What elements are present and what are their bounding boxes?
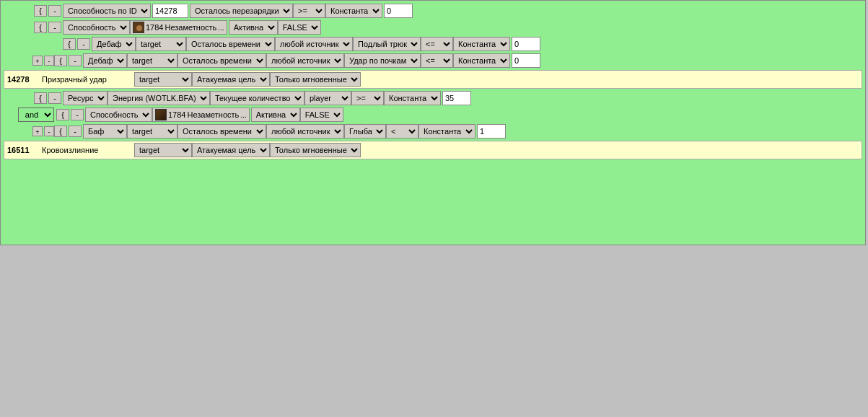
condition-row-6: andor { - Способность 1784 Незаметность … bbox=[18, 107, 862, 122]
action-target-select-2[interactable]: target bbox=[134, 143, 192, 157]
spell-name-select-3[interactable]: Подлый трюк bbox=[353, 37, 421, 51]
minus-btn-4[interactable]: - bbox=[69, 55, 82, 66]
brace-open-btn-1[interactable]: { bbox=[34, 5, 47, 17]
condition-row-3: { - ДебафБаф target Осталось времени люб… bbox=[32, 37, 862, 51]
target-select-3[interactable]: target bbox=[136, 37, 186, 51]
minus-btn-7[interactable]: - bbox=[69, 126, 82, 137]
condition-row-5: { - Ресурс Энергия (WOTLK.BFA) Текущее к… bbox=[18, 91, 862, 105]
brace-open-btn-3[interactable]: { bbox=[63, 38, 76, 50]
action-id-2: 16511 bbox=[7, 146, 36, 154]
value-type-select-3[interactable]: Константа bbox=[453, 37, 510, 51]
spell-name-select-7[interactable]: Глыба bbox=[344, 124, 386, 139]
collapse-btn-7[interactable]: - bbox=[44, 126, 54, 136]
operator-select-1[interactable]: >=<=<>= bbox=[293, 4, 325, 18]
field-select-4[interactable]: Осталось времени bbox=[177, 53, 266, 68]
source-select-7[interactable]: любой источник bbox=[266, 124, 344, 139]
spell-dots-6: ... bbox=[240, 111, 246, 119]
bool-select-6[interactable]: FALSETRUE bbox=[300, 107, 343, 122]
value-input-3[interactable] bbox=[512, 37, 540, 51]
action-row-1: 14278 Призрачный удар target Атакуемая ц… bbox=[4, 70, 862, 89]
operator-select-3[interactable]: <=>=<>= bbox=[421, 37, 453, 51]
action-filter1-select-1[interactable]: Атакуемая цель bbox=[192, 72, 270, 87]
resource-type-select-5[interactable]: Энергия (WOTLK.BFA) bbox=[108, 91, 210, 105]
operator-select-4[interactable]: <=>=<>= bbox=[421, 53, 453, 68]
main-container: { - Способность по ID Осталось перезаряд… bbox=[0, 0, 866, 245]
minus-btn-2[interactable]: - bbox=[48, 22, 61, 33]
spell-dots-2: ... bbox=[218, 24, 224, 32]
spell-id-input-1[interactable] bbox=[152, 4, 188, 18]
spell-id-label-2: 1784 bbox=[146, 23, 163, 32]
action-filter2-select-2[interactable]: Только мгновенные bbox=[270, 143, 361, 157]
minus-btn-6[interactable]: - bbox=[71, 109, 84, 120]
condition-type-select-6[interactable]: Способность bbox=[85, 107, 152, 122]
spell-icon-2 bbox=[133, 22, 144, 33]
source-select-4[interactable]: любой источник bbox=[266, 53, 344, 68]
field-select-3[interactable]: Осталось времени bbox=[186, 37, 275, 51]
condition-type-select-5[interactable]: Ресурс bbox=[63, 91, 108, 105]
source-select-3[interactable]: любой источник bbox=[275, 37, 353, 51]
condition-type-select-3[interactable]: ДебафБаф bbox=[92, 37, 136, 51]
operator-select-5[interactable]: >=<=<>= bbox=[351, 91, 384, 105]
spell-name-select-4[interactable]: Удар по почкам bbox=[344, 53, 421, 68]
condition-field-select-1[interactable]: Осталось перезарядки bbox=[190, 4, 293, 18]
action-name-2: Кровоизлияние bbox=[42, 146, 128, 154]
spell-icon-6 bbox=[155, 109, 167, 120]
value-type-select-7[interactable]: Константа bbox=[418, 124, 475, 139]
target-select-4[interactable]: target bbox=[127, 53, 177, 68]
value-input-5[interactable] bbox=[442, 91, 471, 105]
target-select-5[interactable]: player bbox=[304, 91, 351, 105]
spell-name-label-6: Незаметность bbox=[187, 110, 239, 119]
condition-row-7: + - { - БафДебаф target Осталось времени… bbox=[32, 124, 862, 139]
brace-open-btn-2[interactable]: { bbox=[34, 22, 47, 33]
expand-btn-4[interactable]: + bbox=[32, 56, 43, 66]
action-filter2-select-1[interactable]: Только мгновенные bbox=[270, 72, 361, 87]
brace-open-btn-6[interactable]: { bbox=[56, 109, 69, 120]
value-input-1[interactable] bbox=[384, 4, 413, 18]
value-type-select-5[interactable]: Константа bbox=[384, 91, 441, 105]
spell-state-select-2[interactable]: Активна bbox=[229, 20, 278, 35]
field-select-7[interactable]: Осталось времени bbox=[177, 124, 266, 139]
condition-row-4: + - { - ДебафБаф target Осталось времени… bbox=[32, 53, 862, 68]
minus-btn-3[interactable]: - bbox=[77, 38, 90, 50]
spell-name-label-2: Незаметность bbox=[165, 23, 216, 32]
collapse-btn-4[interactable]: - bbox=[44, 56, 54, 66]
action-id-1: 14278 bbox=[7, 75, 36, 84]
condition-type-select-1[interactable]: Способность по ID bbox=[63, 4, 151, 18]
field-select-5[interactable]: Текущее количество bbox=[210, 91, 304, 105]
action-filter1-select-2[interactable]: Атакуемая цель bbox=[192, 143, 270, 157]
action-row-2: 16511 Кровоизлияние target Атакуемая цел… bbox=[4, 141, 862, 159]
condition-row-2: { - Способность 1784 Незаметность ... Ак… bbox=[18, 20, 862, 35]
brace-open-btn-5[interactable]: { bbox=[34, 92, 47, 104]
brace-open-btn-4[interactable]: { bbox=[54, 55, 67, 66]
spell-button-6[interactable]: 1784 Незаметность ... bbox=[152, 107, 250, 122]
minus-btn-5[interactable]: - bbox=[48, 92, 61, 104]
value-input-7[interactable] bbox=[477, 124, 506, 139]
value-type-select-4[interactable]: Константа bbox=[453, 53, 510, 68]
and-select-6[interactable]: andor bbox=[18, 107, 54, 122]
operator-select-7[interactable]: <>=<=>= bbox=[386, 124, 418, 139]
condition-type-select-7[interactable]: БафДебаф bbox=[83, 124, 127, 139]
value-input-4[interactable] bbox=[512, 53, 540, 68]
condition-row-1: { - Способность по ID Осталось перезаряд… bbox=[18, 4, 862, 18]
minus-btn-1[interactable]: - bbox=[48, 5, 61, 17]
expand-btn-7[interactable]: + bbox=[32, 126, 43, 136]
target-select-7[interactable]: target bbox=[127, 124, 177, 139]
spell-id-label-6: 1784 bbox=[168, 110, 185, 119]
spell-state-select-6[interactable]: Активна bbox=[251, 107, 300, 122]
spell-button-2[interactable]: 1784 Незаметность ... bbox=[130, 20, 227, 35]
brace-open-btn-7[interactable]: { bbox=[54, 126, 67, 137]
condition-type-select-4[interactable]: ДебафБаф bbox=[83, 53, 127, 68]
condition-type-select-2[interactable]: Способность bbox=[63, 20, 130, 35]
action-target-select-1[interactable]: target bbox=[134, 72, 192, 87]
bool-select-2[interactable]: FALSETRUE bbox=[278, 20, 321, 35]
value-type-select-1[interactable]: Константа bbox=[325, 4, 382, 18]
action-name-1: Призрачный удар bbox=[42, 75, 128, 84]
